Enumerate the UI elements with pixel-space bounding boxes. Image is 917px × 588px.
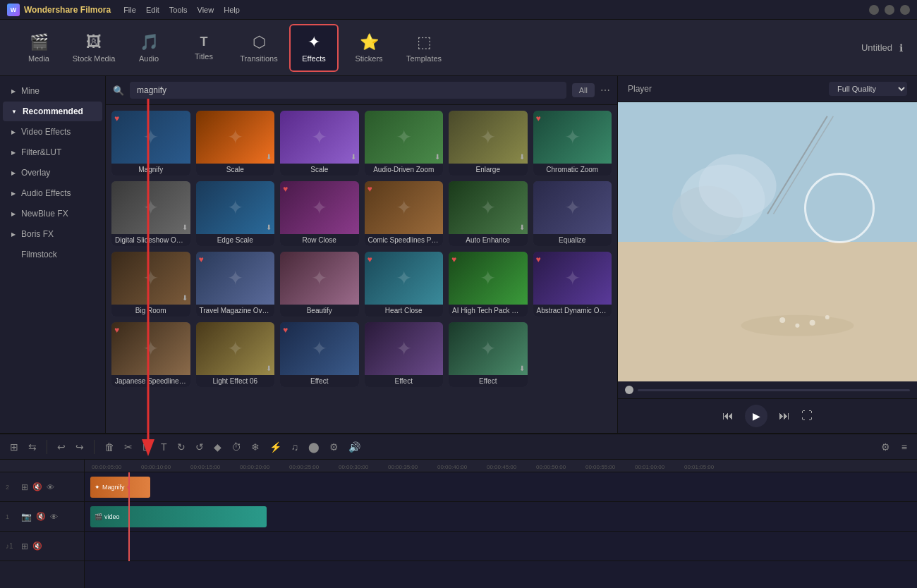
effect-card-beautify[interactable]: ✦ Beautify xyxy=(280,252,359,317)
tl-track-1-camera-icon[interactable]: 📷 xyxy=(21,512,32,522)
tl-text-btn[interactable]: T xyxy=(158,440,170,454)
effect-card-comic[interactable]: ♥ ✦ Comic Speedlines Pac... xyxy=(365,181,444,246)
skip-back-button[interactable]: ⏮ xyxy=(722,410,734,422)
scrubber-handle[interactable] xyxy=(625,386,633,394)
tl-delete-btn[interactable]: 🗑 xyxy=(102,440,117,454)
effects-panel: 🔍 All ⋯ ♥ ✦ Magnify ⬇ ✦ Scale ⬇ xyxy=(106,76,617,433)
effect-card-edge[interactable]: ⬇ ✦ Edge Scale xyxy=(196,181,275,246)
sidebar-item-boris[interactable]: ▶ Boris FX xyxy=(3,224,102,244)
tl-clip-video[interactable]: 🎬 video xyxy=(90,506,267,527)
sidebar-item-audio-effects[interactable]: ▶ Audio Effects xyxy=(3,183,102,203)
tl-redo-btn[interactable]: ↪ xyxy=(73,440,87,454)
effects-icon: ✦ xyxy=(308,33,320,51)
toolbar-audio[interactable]: 🎵 Audio xyxy=(124,24,174,72)
tl-clip-effect[interactable]: ✦ Magnify ♥ xyxy=(90,477,150,498)
thumb-deco-abstract: ✦ xyxy=(564,267,581,290)
sidebar-item-recommended[interactable]: ▼ Recommended xyxy=(3,102,102,121)
tl-stabilize-btn[interactable]: ⚙ xyxy=(327,440,341,454)
effect-card-travel[interactable]: ♥ ✦ Travel Magazine Overl... xyxy=(196,252,275,317)
effect-card-abstract[interactable]: ♥ ✦ Abstract Dynamic Ove... xyxy=(533,252,612,317)
menu-view[interactable]: View xyxy=(198,6,214,14)
tl-rotate-btn[interactable]: ↻ xyxy=(174,440,188,454)
toolbar-templates[interactable]: ⬚ Templates xyxy=(399,24,449,72)
sidebar-item-video-effects[interactable]: ▶ Video Effects xyxy=(3,122,102,142)
search-input[interactable] xyxy=(130,82,566,99)
tl-track-audio-mute-icon[interactable]: 🔇 xyxy=(32,541,42,551)
effect-card-chromatic[interactable]: ♥ ✦ Chromatic Zoom xyxy=(533,111,612,176)
tl-track-2-add-icon[interactable]: ⊞ xyxy=(21,482,28,492)
tl-magnet-btn[interactable]: ⇆ xyxy=(25,440,40,454)
tl-more-btn[interactable]: ≡ xyxy=(899,440,910,454)
heart-badge-comic: ♥ xyxy=(368,184,372,194)
menu-edit[interactable]: Edit xyxy=(146,6,159,14)
effect-card-magnify[interactable]: ♥ ✦ Magnify xyxy=(111,111,190,176)
toolbar-stickers[interactable]: ⭐ Stickers xyxy=(344,24,394,72)
tl-split-btn[interactable]: ✂ xyxy=(121,440,135,454)
effect-card-rowclose[interactable]: ♥ ✦ Row Close xyxy=(280,181,359,246)
tl-track-1-eye-icon[interactable]: 👁 xyxy=(50,513,58,521)
sidebar-item-filter-lut[interactable]: ▶ Filter&LUT xyxy=(3,142,102,162)
tl-auto-btn[interactable]: ⚡ xyxy=(267,440,284,454)
minimize-btn[interactable] xyxy=(869,5,879,15)
scrubber-track[interactable] xyxy=(638,389,910,391)
effect-card-bigroom[interactable]: ⬇ ✦ Big Room xyxy=(111,252,190,317)
effect-card-enlarge[interactable]: ⬇ ✦ Enlarge xyxy=(449,111,528,176)
sidebar-item-newblue[interactable]: ▶ NewBlue FX xyxy=(3,204,102,223)
tl-sep-1 xyxy=(47,440,47,454)
effect-card-row5a[interactable]: ♥ ✦ Effect xyxy=(280,322,359,387)
tl-audio-sync-btn[interactable]: ♫ xyxy=(289,440,302,454)
effect-card-japanese[interactable]: ♥ ✦ Japanese Speedline Pa... xyxy=(111,322,190,387)
tl-track-audio[interactable] xyxy=(85,532,917,561)
tl-settings-btn[interactable]: ⚙ xyxy=(878,440,893,454)
fullscreen-button[interactable]: ⛶ xyxy=(801,410,813,422)
more-options-icon[interactable]: ⋯ xyxy=(600,85,610,96)
effect-thumb-abstract: ♥ ✦ xyxy=(533,252,612,305)
tl-speed-btn[interactable]: ⏱ xyxy=(229,440,244,454)
quality-select[interactable]: Full Quality Half Quality Quarter Qualit… xyxy=(829,82,907,96)
tl-colormatch-btn[interactable]: ⬤ xyxy=(305,440,322,454)
menu-tools[interactable]: Tools xyxy=(169,6,188,14)
effect-card-lighteffect[interactable]: ⬇ ✦ Light Effect 06 xyxy=(196,322,275,387)
effect-card-scale2[interactable]: ⬇ ✦ Scale xyxy=(280,111,359,176)
maximize-btn[interactable] xyxy=(885,5,894,15)
tl-track-2-mute-icon[interactable]: 🔇 xyxy=(32,482,42,491)
play-button[interactable]: ▶ xyxy=(745,405,767,427)
filter-all-button[interactable]: All xyxy=(572,83,595,97)
menu-file[interactable]: File xyxy=(123,6,136,14)
effect-card-equalize[interactable]: ✦ Equalize xyxy=(533,181,612,246)
tl-track-1-mute-icon[interactable]: 🔇 xyxy=(36,512,46,521)
tl-undo-btn[interactable]: ↩ xyxy=(54,440,68,454)
toolbar-media[interactable]: 🎬 Media xyxy=(14,24,63,72)
close-btn[interactable] xyxy=(900,5,910,15)
effect-card-autoenhance[interactable]: ⬇ ✦ Auto Enhance xyxy=(449,181,528,246)
effect-card-aitech[interactable]: ♥ ✦ AI High Tech Pack Ove... xyxy=(449,252,528,317)
tl-track-2-eye-icon[interactable]: 👁 xyxy=(47,483,54,491)
effect-card-digital[interactable]: ⬇ ✦ Digital Slideshow Over... xyxy=(111,181,190,246)
tl-crop-btn[interactable]: ⊡ xyxy=(140,440,154,454)
tl-track-1[interactable]: 🎬 video xyxy=(85,502,917,532)
effect-card-audio-zoom[interactable]: ⬇ ✦ Audio-Driven Zoom xyxy=(365,111,444,176)
effect-card-row5c[interactable]: ⬇ ✦ Effect xyxy=(449,322,528,387)
tl-keyframe-btn[interactable]: ◆ xyxy=(211,440,224,454)
tl-clip-effect-icon: ✦ xyxy=(95,484,100,491)
tl-track-audio-add-icon[interactable]: ⊞ xyxy=(21,541,28,551)
tl-track-2[interactable]: ✦ Magnify ♥ xyxy=(85,472,917,502)
tl-snap-btn[interactable]: ⊞ xyxy=(7,440,21,454)
effect-card-scale1[interactable]: ⬇ ✦ Scale xyxy=(196,111,275,176)
sidebar-item-filmstock[interactable]: Filmstock xyxy=(3,245,102,264)
toolbar-stock[interactable]: 🖼 Stock Media xyxy=(69,24,119,72)
tl-audio-btn[interactable]: 🔊 xyxy=(346,440,363,454)
sidebar-item-overlay[interactable]: ▶ Overlay xyxy=(3,163,102,183)
toolbar-effects[interactable]: ✦ Effects xyxy=(289,24,339,72)
toolbar-titles[interactable]: T Titles xyxy=(179,24,229,72)
thumb-deco-beautify: ✦ xyxy=(311,267,327,290)
tl-freeze-btn[interactable]: ❄ xyxy=(248,440,262,454)
menu-help[interactable]: Help xyxy=(224,6,240,14)
sidebar-item-mine[interactable]: ▶ Mine xyxy=(3,81,102,101)
toolbar-transitions[interactable]: ⬡ Transitions xyxy=(234,24,284,72)
effect-name-row5c: Effect xyxy=(449,375,528,387)
tl-flip-btn[interactable]: ↺ xyxy=(193,440,207,454)
effect-card-heartclose[interactable]: ♥ ✦ Heart Close xyxy=(365,252,444,317)
effect-card-row5b[interactable]: ✦ Effect xyxy=(365,322,444,387)
play-forward-button[interactable]: ⏭ xyxy=(779,410,790,422)
